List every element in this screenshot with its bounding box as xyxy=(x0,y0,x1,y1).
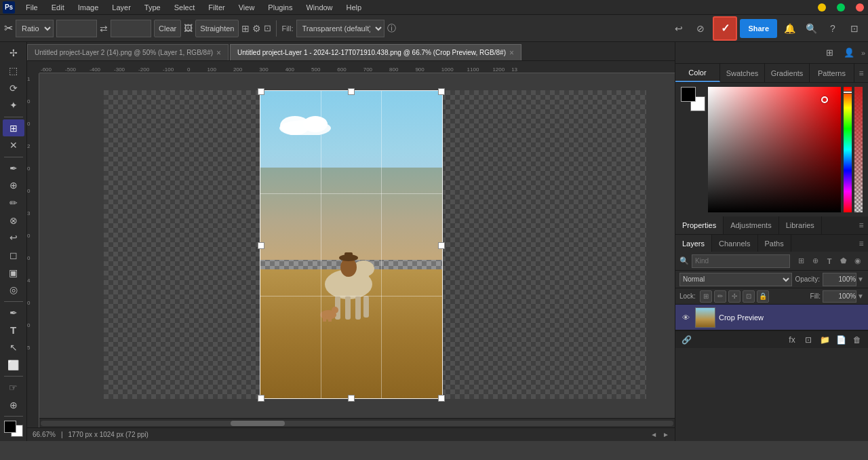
filter-adjust-icon[interactable]: ⊕ xyxy=(809,255,821,267)
crop-handle-mr[interactable] xyxy=(438,242,445,249)
layers-search-input[interactable] xyxy=(692,254,790,268)
shape-tool[interactable]: ⬜ xyxy=(3,356,24,373)
crop-handle-br[interactable] xyxy=(438,395,445,402)
profile-icon[interactable]: 👤 xyxy=(840,43,859,62)
canvas-viewport[interactable] xyxy=(39,73,675,427)
opacity-arrow[interactable]: ▼ xyxy=(857,275,864,283)
gradient-tool[interactable]: ▣ xyxy=(3,264,24,281)
history-brush-tool[interactable]: ↩ xyxy=(3,229,24,246)
crop-handle-ml[interactable] xyxy=(258,242,264,249)
gradient-canvas[interactable] xyxy=(708,87,841,212)
hue-slider[interactable] xyxy=(844,87,852,212)
scrollbar-thumb-h[interactable] xyxy=(231,421,285,426)
minimize-btn[interactable] xyxy=(818,3,826,12)
lasso-tool[interactable]: ⟳ xyxy=(3,79,24,96)
menu-file[interactable]: File xyxy=(23,3,41,12)
gradient-picker[interactable] xyxy=(708,87,841,212)
menu-image[interactable]: Image xyxy=(75,3,102,12)
layers-menu-btn[interactable]: ≡ xyxy=(854,235,868,252)
path-selection-tool[interactable]: ↖ xyxy=(3,339,24,356)
crop-handle-bl[interactable] xyxy=(258,395,264,402)
share-button[interactable]: Share xyxy=(740,19,777,38)
fg-bg-container[interactable] xyxy=(681,87,705,111)
tab-gradients[interactable]: Gradients xyxy=(765,64,810,82)
scrollbar-horizontal[interactable] xyxy=(39,418,675,427)
tab-layer1[interactable]: Untitled project-Layer 1 - 2024-12-17T07… xyxy=(230,44,521,60)
lock-all-icon[interactable]: 🔒 xyxy=(757,290,769,303)
lock-draw-icon[interactable]: ✏ xyxy=(714,290,726,303)
search-icon[interactable]: 🔍 xyxy=(802,19,821,38)
confirm-button[interactable]: ✓ xyxy=(713,16,737,41)
fill-arrow[interactable]: ▼ xyxy=(857,292,864,300)
swap-icon[interactable]: ⇄ xyxy=(100,23,108,34)
link-icon[interactable]: 🔗 xyxy=(679,333,693,347)
menu-filter[interactable]: Filter xyxy=(205,3,227,12)
tab-color[interactable]: Color xyxy=(675,64,720,82)
tab-close-layer1[interactable]: × xyxy=(509,48,514,58)
tab-paths[interactable]: Paths xyxy=(758,235,791,252)
crop-handle-tc[interactable] xyxy=(348,88,355,95)
props-menu-btn[interactable]: ≡ xyxy=(854,216,868,234)
expand-icon[interactable]: ⊡ xyxy=(845,19,864,38)
lock-pixels-icon[interactable]: ⊞ xyxy=(700,290,712,303)
menu-edit[interactable]: Edit xyxy=(49,3,67,12)
menu-view[interactable]: View xyxy=(236,3,258,12)
lock-move-icon[interactable]: ✢ xyxy=(728,290,741,303)
marquee-tool[interactable]: ⬚ xyxy=(3,62,24,79)
eraser-tool[interactable]: ◻ xyxy=(3,247,24,264)
new-group-icon[interactable]: 📁 xyxy=(818,333,831,347)
help-icon[interactable]: ? xyxy=(823,19,842,38)
grid-icon[interactable]: ⊞ xyxy=(241,23,250,34)
delete-layer-icon[interactable]: 🗑 xyxy=(850,333,864,347)
filter-smart-icon[interactable]: ◉ xyxy=(852,255,864,267)
tab-layer2[interactable]: Untitled project-Layer 2 (14).png @ 50% … xyxy=(27,44,229,60)
hue-slider-handle[interactable] xyxy=(843,91,852,94)
maximize-btn[interactable] xyxy=(837,3,845,12)
frame-tool[interactable]: ✕ xyxy=(3,137,24,154)
filter-shape-icon[interactable]: ⬟ xyxy=(837,255,850,267)
crop-handle-tl[interactable] xyxy=(258,88,264,95)
layer-visibility-toggle[interactable]: 👁 xyxy=(679,311,692,324)
healing-tool[interactable]: ⊕ xyxy=(3,177,24,194)
height-input[interactable] xyxy=(111,20,151,37)
tab-channels[interactable]: Channels xyxy=(712,235,757,252)
type-tool[interactable]: T xyxy=(3,322,24,339)
fill-input[interactable] xyxy=(823,290,856,303)
lock-artboard-icon[interactable]: ⊡ xyxy=(743,290,755,303)
filter-pixel-icon[interactable]: ⊞ xyxy=(795,255,807,267)
clear-button[interactable]: Clear xyxy=(154,20,181,37)
opacity-input[interactable] xyxy=(823,273,856,286)
add-mask-icon[interactable]: ⊡ xyxy=(802,333,815,347)
info-icon[interactable]: ⓘ xyxy=(387,22,396,35)
ratio-select[interactable]: Ratio xyxy=(16,20,54,37)
magic-wand-tool[interactable]: ✦ xyxy=(3,97,24,114)
bell-icon[interactable]: 🔔 xyxy=(780,19,799,38)
settings-icon[interactable]: ⚙ xyxy=(252,23,261,34)
blend-mode-select[interactable]: Normal xyxy=(679,273,792,286)
foreground-color-swatch[interactable] xyxy=(681,87,696,102)
close-btn[interactable] xyxy=(856,3,864,12)
foreground-color[interactable] xyxy=(4,421,16,433)
layer-item-crop-preview[interactable]: 👁 Crop Preview xyxy=(675,305,868,330)
tab-swatches[interactable]: Swatches xyxy=(720,64,765,82)
menu-layer[interactable]: Layer xyxy=(109,3,134,12)
filter-text-icon[interactable]: T xyxy=(823,255,835,267)
opacity-slider[interactable] xyxy=(854,87,863,212)
no-icon[interactable]: ⊘ xyxy=(691,19,710,38)
pen-tool[interactable]: ✒ xyxy=(3,304,24,321)
crop-handle-tr[interactable] xyxy=(438,88,445,95)
panel-menu-btn[interactable]: ≡ xyxy=(854,64,868,82)
crop-handle-bc[interactable] xyxy=(348,395,355,402)
tab-libraries[interactable]: Libraries xyxy=(779,216,822,234)
clone-stamp-tool[interactable]: ⊗ xyxy=(3,212,24,229)
history-btn[interactable]: ↩ xyxy=(669,19,688,38)
tab-properties[interactable]: Properties xyxy=(675,216,724,234)
move-tool[interactable]: ✢ xyxy=(3,45,24,62)
canvas-icon[interactable]: ⊞ xyxy=(821,43,840,62)
color-swatch-container[interactable] xyxy=(3,419,24,438)
menu-help[interactable]: Help xyxy=(344,3,365,12)
tab-close-layer2[interactable]: × xyxy=(216,48,221,58)
menu-plugins[interactable]: Plugins xyxy=(265,3,295,12)
hand-tool[interactable]: ☞ xyxy=(3,379,24,396)
new-layer-icon[interactable]: 📄 xyxy=(834,333,848,347)
